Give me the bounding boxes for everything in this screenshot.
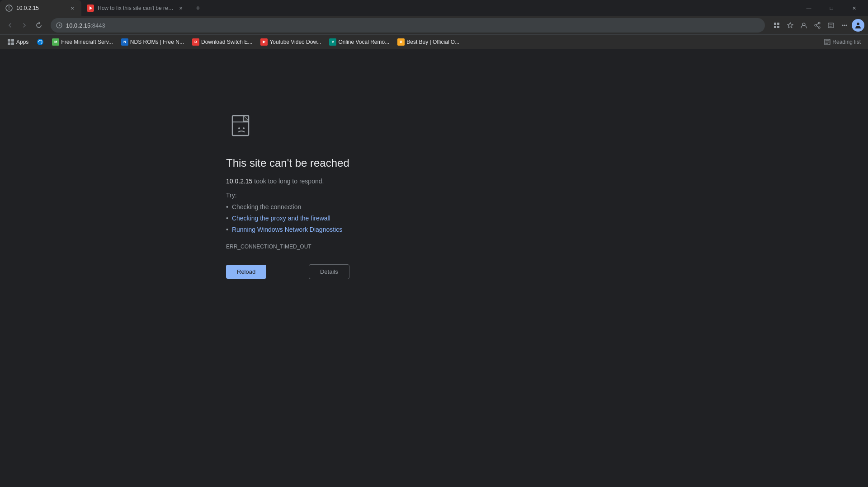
error-code: ERR_CONNECTION_TIMED_OUT <box>226 244 349 250</box>
buttons-row: Reload Details <box>226 264 349 279</box>
bookmark-yt-favicon: ▶ <box>260 38 268 46</box>
suggestion-2[interactable]: Checking the proxy and the firewall <box>226 214 349 223</box>
svg-point-12 <box>818 27 820 28</box>
bookmark-minecraft[interactable]: M Free Minecraft Serv... <box>48 37 116 47</box>
svg-point-10 <box>818 22 820 24</box>
reload-button[interactable]: Reload <box>226 265 266 279</box>
page-content: This site can't be reached 10.0.2.15 too… <box>0 49 868 487</box>
grid-icon[interactable] <box>770 19 783 32</box>
apps-label: Apps <box>16 39 28 45</box>
bookmark-star-icon[interactable] <box>784 19 797 32</box>
error-icon <box>226 112 349 146</box>
svg-point-17 <box>857 23 859 25</box>
tab-error-favicon: ! <box>5 5 13 12</box>
bookmark-nds-label: NDS ROMs | Free N... <box>130 39 184 45</box>
new-tab-button[interactable]: + <box>192 2 204 14</box>
tab-youtube-title: How to fix this site can't be reac... <box>98 5 174 11</box>
tab-youtube-close[interactable]: ✕ <box>177 5 184 12</box>
bookmark-vocal-favicon: V <box>329 38 336 46</box>
bookmark-bestbuy-favicon: B <box>397 38 405 46</box>
suggestions-list: Checking the connection Checking the pro… <box>226 202 349 234</box>
svg-rect-19 <box>11 39 14 42</box>
bookmark-youtube-dl[interactable]: ▶ Youtube Video Dow... <box>257 37 325 47</box>
bookmark-vocal-label: Online Vocal Remo... <box>338 39 389 45</box>
svg-point-22 <box>37 39 43 45</box>
tab-youtube[interactable]: How to fix this site can't be reac... ✕ <box>81 0 190 16</box>
profile-switcher-icon[interactable] <box>797 19 810 32</box>
svg-rect-21 <box>11 42 14 45</box>
svg-rect-8 <box>777 26 779 28</box>
address-bar[interactable]: 10.0.2.15:8443 <box>51 18 765 33</box>
svg-point-27 <box>243 127 245 129</box>
reload-button[interactable] <box>33 19 45 32</box>
bookmark-minecraft-favicon: M <box>52 38 59 46</box>
back-button[interactable] <box>4 19 16 32</box>
suggestion-3-link[interactable]: Running Windows Network Diagnostics <box>232 225 342 234</box>
share-icon[interactable] <box>811 19 824 32</box>
bookmark-nds-favicon: N <box>121 38 128 46</box>
svg-point-15 <box>844 25 845 26</box>
svg-rect-13 <box>828 23 834 28</box>
bookmarks-bar: Apps M Free Minecraft Serv... N NDS ROMs… <box>0 34 868 49</box>
tab-bar: ! 10.0.2.15 ✕ How to fix this site can't… <box>0 0 868 16</box>
bookmark-edge[interactable] <box>33 37 47 47</box>
bookmark-switch[interactable]: D Download Switch E... <box>189 37 256 47</box>
error-description: 10.0.2.15 took too long to respond. <box>226 177 349 186</box>
svg-point-11 <box>815 24 816 26</box>
collections-icon[interactable] <box>825 19 837 32</box>
tab-error-close[interactable]: ✕ <box>69 5 76 12</box>
bookmark-switch-label: Download Switch E... <box>201 39 252 45</box>
bookmark-nds[interactable]: N NDS ROMs | Free N... <box>118 37 188 47</box>
error-title: This site can't be reached <box>226 157 349 169</box>
apps-item[interactable]: Apps <box>4 37 32 47</box>
try-label: Try: <box>226 192 349 199</box>
tab-youtube-favicon <box>87 5 94 12</box>
minimize-button[interactable]: — <box>798 0 819 16</box>
suggestion-2-link[interactable]: Checking the proxy and the firewall <box>232 214 330 223</box>
suggestion-3[interactable]: Running Windows Network Diagnostics <box>226 225 349 234</box>
svg-point-14 <box>842 25 844 26</box>
bookmark-bestbuy[interactable]: B Best Buy | Official O... <box>394 37 463 47</box>
toolbar-right <box>770 19 864 32</box>
bookmarks-right: Reading list <box>821 37 864 47</box>
bookmark-switch-favicon: D <box>192 38 199 46</box>
error-host: 10.0.2.15 <box>226 178 252 185</box>
more-menu-icon[interactable] <box>838 19 851 32</box>
reading-list-button[interactable]: Reading list <box>821 37 864 47</box>
forward-button[interactable] <box>18 19 31 32</box>
bookmark-minecraft-label: Free Minecraft Serv... <box>61 39 113 45</box>
suggestion-1-text: Checking the connection <box>232 202 301 212</box>
bookmark-yt-label: Youtube Video Dow... <box>269 39 321 45</box>
suggestion-1: Checking the connection <box>226 202 349 212</box>
svg-rect-20 <box>8 42 10 45</box>
bookmark-vocal[interactable]: V Online Vocal Remo... <box>326 37 393 47</box>
close-button[interactable]: ✕ <box>844 0 864 16</box>
address-bar-url[interactable]: 10.0.2.15:8443 <box>66 22 760 29</box>
tab-error-title: 10.0.2.15 <box>16 5 65 11</box>
window-controls: — □ ✕ <box>798 0 868 16</box>
svg-rect-5 <box>774 23 776 25</box>
bookmark-bestbuy-label: Best Buy | Official O... <box>406 39 459 45</box>
svg-rect-7 <box>774 26 776 28</box>
details-button[interactable]: Details <box>309 264 349 279</box>
maximize-button[interactable]: □ <box>821 0 842 16</box>
profile-avatar[interactable] <box>852 19 864 32</box>
tab-error[interactable]: ! 10.0.2.15 ✕ <box>0 0 81 16</box>
svg-point-16 <box>846 25 847 26</box>
error-container: This site can't be reached 10.0.2.15 too… <box>226 112 349 279</box>
navigation-bar: 10.0.2.15:8443 <box>0 16 868 34</box>
reading-list-label: Reading list <box>832 39 861 45</box>
svg-text:!: ! <box>8 6 9 11</box>
svg-rect-6 <box>777 23 779 25</box>
svg-rect-18 <box>8 39 10 42</box>
svg-point-26 <box>238 127 240 129</box>
